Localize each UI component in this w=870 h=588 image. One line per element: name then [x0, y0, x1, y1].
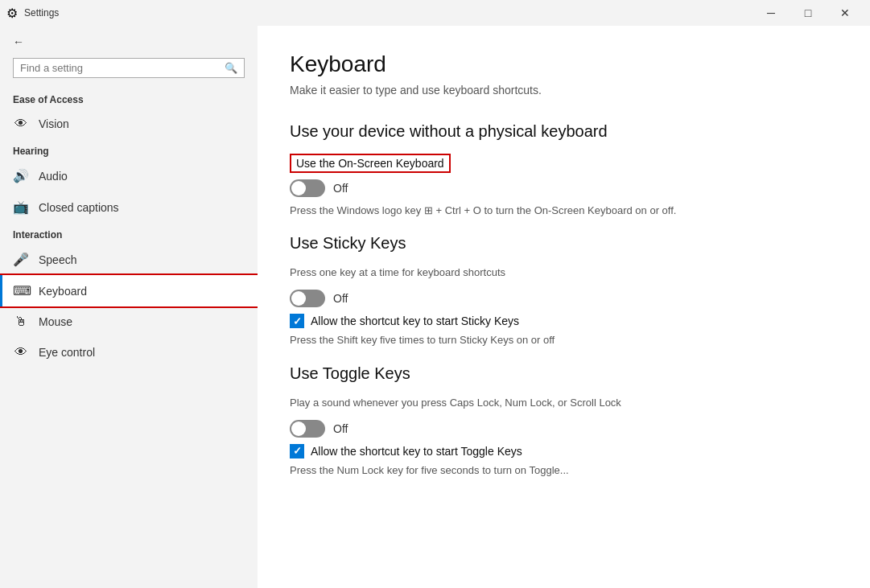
title-bar: ⚙ Settings ─ □ ✕: [0, 0, 870, 26]
eye-control-label: Eye control: [39, 346, 95, 359]
sidebar-group-interaction: Interaction: [0, 223, 258, 244]
back-button[interactable]: ←: [0, 29, 258, 55]
app-body: ← 🔍 Ease of Access 👁 Vision Hearing 🔊 Au…: [0, 26, 870, 588]
sticky-checkbox[interactable]: ✓: [290, 314, 304, 328]
toggle-keys-toggle-label: Off: [333, 422, 348, 435]
osk-hint: Press the Windows logo key ⊞ + Ctrl + O …: [290, 204, 838, 218]
sidebar-item-vision[interactable]: 👁 Vision: [0, 109, 258, 139]
osk-toggle-row: Off: [290, 179, 838, 197]
sidebar-category: Ease of Access: [0, 88, 258, 109]
osk-toggle[interactable]: [290, 179, 325, 197]
toggle-keys-description: Play a sound whenever you press Caps Loc…: [290, 396, 838, 410]
sidebar-item-eye-control[interactable]: 👁 Eye control: [0, 337, 258, 368]
title-bar-title: Settings: [24, 7, 59, 19]
sticky-hint: Press the Shift key five times to turn S…: [290, 333, 838, 347]
app-icon: ⚙: [6, 6, 18, 21]
setting-toggle-keys: Play a sound whenever you press Caps Loc…: [290, 396, 838, 478]
sidebar-item-closed-captions[interactable]: 📺 Closed captions: [0, 191, 258, 223]
keyboard-label: Keyboard: [39, 285, 87, 298]
sticky-checkbox-label: Allow the shortcut key to start Sticky K…: [311, 315, 519, 327]
setting-osk: Use the On-Screen Keyboard Off Press the…: [290, 154, 838, 218]
page-title: Keyboard: [290, 51, 838, 77]
sticky-toggle[interactable]: [290, 290, 325, 307]
section-heading-osk: Use your device without a physical keybo…: [290, 122, 838, 141]
search-input[interactable]: [20, 62, 225, 74]
sidebar-item-speech[interactable]: 🎤 Speech: [0, 244, 258, 275]
sticky-toggle-label: Off: [333, 292, 348, 305]
toggle-keys-checkbox-row: ✓ Allow the shortcut key to start Toggle…: [290, 444, 838, 458]
sticky-toggle-row: Off: [290, 290, 838, 307]
main-panel: Keyboard Make it easier to type and use …: [258, 26, 870, 588]
toggle-keys-toggle[interactable]: [290, 420, 325, 438]
audio-label: Audio: [39, 170, 68, 183]
eye-control-icon: 👁: [13, 345, 29, 360]
sidebar-item-audio[interactable]: 🔊 Audio: [0, 160, 258, 191]
sticky-checkbox-row: ✓ Allow the shortcut key to start Sticky…: [290, 314, 838, 328]
close-button[interactable]: ✕: [827, 0, 864, 26]
closed-captions-label: Closed captions: [39, 201, 119, 214]
sidebar-item-mouse[interactable]: 🖱 Mouse: [0, 306, 258, 337]
mouse-label: Mouse: [39, 315, 72, 328]
sidebar-item-keyboard[interactable]: ⌨ Keyboard: [0, 275, 258, 306]
toggle-keys-toggle-row: Off: [290, 420, 838, 438]
search-icon: 🔍: [225, 62, 237, 74]
maximize-button[interactable]: □: [790, 0, 827, 26]
setting-sticky: Press one key at a time for keyboard sho…: [290, 265, 838, 347]
toggle-keys-checkbox[interactable]: ✓: [290, 444, 304, 458]
keyboard-icon: ⌨: [13, 283, 29, 298]
section-heading-sticky: Use Sticky Keys: [290, 234, 838, 253]
search-box[interactable]: 🔍: [13, 58, 245, 78]
speech-label: Speech: [39, 253, 76, 266]
osk-toggle-label: Off: [333, 182, 348, 195]
toggle-keys-hint: Press the Num Lock key for five seconds …: [290, 463, 838, 478]
minimize-button[interactable]: ─: [752, 0, 790, 26]
closed-captions-icon: 📺: [13, 199, 29, 215]
back-icon: ←: [13, 35, 24, 48]
vision-icon: 👁: [13, 117, 29, 131]
section-heading-toggle: Use Toggle Keys: [290, 364, 838, 383]
sticky-checkmark: ✓: [293, 315, 302, 327]
page-subtitle: Make it easier to type and use keyboard …: [290, 84, 838, 97]
title-bar-controls: ─ □ ✕: [752, 0, 864, 26]
vision-label: Vision: [39, 117, 69, 130]
sidebar-group-hearing: Hearing: [0, 139, 258, 160]
sticky-description: Press one key at a time for keyboard sho…: [290, 265, 838, 280]
mouse-icon: 🖱: [13, 315, 29, 329]
toggle-keys-checkbox-label: Allow the shortcut key to start Toggle K…: [311, 445, 522, 458]
osk-label: Use the On-Screen Keyboard: [290, 154, 451, 173]
toggle-keys-checkmark: ✓: [293, 445, 302, 457]
audio-icon: 🔊: [13, 168, 29, 183]
sidebar: ← 🔍 Ease of Access 👁 Vision Hearing 🔊 Au…: [0, 26, 258, 588]
title-bar-left: ⚙ Settings: [6, 6, 59, 21]
speech-icon: 🎤: [13, 252, 29, 267]
